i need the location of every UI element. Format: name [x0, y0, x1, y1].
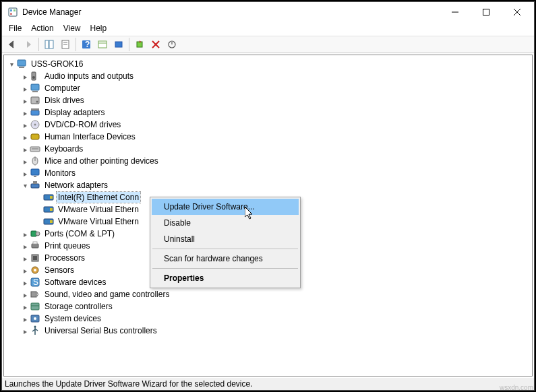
tree-category[interactable]: Monitors — [4, 167, 532, 179]
tree-item-label: VMware Virtual Ethern — [57, 216, 140, 227]
close-button[interactable] — [502, 3, 533, 22]
toolbar-sep — [129, 38, 129, 51]
tree-category[interactable]: Storage controllers — [4, 300, 532, 313]
context-menu-item[interactable]: Properties — [152, 270, 299, 286]
expand-toggle[interactable] — [20, 315, 30, 323]
context-menu: Update Driver Software...DisableUninstal… — [150, 197, 301, 288]
svg-rect-45 — [45, 40, 49, 48]
scan-button[interactable] — [111, 37, 126, 52]
tree-item-label: Print queues — [43, 240, 91, 251]
network-adapter-icon — [43, 216, 54, 227]
minimize-button[interactable] — [440, 3, 471, 22]
expand-toggle[interactable] — [20, 255, 30, 262]
maximize-button[interactable] — [471, 3, 502, 22]
context-menu-item[interactable]: Scan for hardware changes — [152, 251, 299, 267]
expand-toggle[interactable] — [20, 133, 30, 141]
tree-category[interactable]: Display adapters — [4, 106, 532, 119]
hid-icon — [30, 131, 40, 142]
sensor-icon — [30, 265, 40, 275]
tree-item-label: Ports (COM & LPT) — [43, 228, 116, 239]
expand-toggle[interactable] — [20, 97, 30, 104]
tree-item-label: Human Interface Devices — [43, 131, 137, 142]
menubar: File Action View Help — [2, 22, 534, 36]
context-menu-separator — [152, 249, 298, 249]
expand-toggle[interactable] — [20, 158, 30, 165]
expand-toggle[interactable] — [20, 170, 30, 177]
svg-rect-52 — [98, 41, 107, 48]
display-icon — [30, 107, 40, 118]
tree-item-label: Network adapters — [43, 180, 109, 191]
computer-icon — [30, 83, 40, 94]
cpu-icon — [30, 253, 40, 263]
tree-category[interactable]: Computer — [4, 82, 532, 94]
expand-toggle[interactable] — [20, 145, 30, 153]
expand-toggle[interactable] — [20, 327, 30, 335]
expand-toggle[interactable] — [20, 182, 30, 189]
tree-item-label: Software devices — [43, 277, 107, 288]
expand-toggle[interactable] — [20, 230, 30, 238]
expand-toggle[interactable] — [20, 242, 30, 250]
sound-icon — [30, 289, 40, 300]
context-menu-item[interactable]: Update Driver Software... — [152, 199, 299, 215]
computer-icon — [16, 59, 27, 69]
tree-item-label: Processors — [43, 253, 86, 263]
tree-item-label: Mice and other pointing devices — [43, 156, 160, 166]
tree-category[interactable]: Audio inputs and outputs — [4, 70, 532, 82]
menu-view[interactable]: View — [59, 22, 85, 36]
menu-action[interactable]: Action — [27, 22, 57, 36]
tree-item-label: Sensors — [43, 265, 76, 275]
tree-category[interactable]: Human Interface Devices — [4, 131, 532, 143]
back-button[interactable] — [5, 37, 20, 52]
device-manager-window: Device Manager File Action View Help ? U… — [1, 1, 535, 391]
watermark: wsxdn.com — [500, 384, 533, 391]
tree-root[interactable]: USS-GROK16 — [4, 58, 532, 70]
help-button[interactable]: ? — [79, 37, 94, 52]
forward-button[interactable] — [21, 37, 36, 52]
properties-button[interactable] — [58, 37, 73, 52]
expand-toggle[interactable] — [20, 85, 30, 92]
update-driver-button[interactable] — [132, 37, 147, 52]
svg-text:?: ? — [85, 40, 90, 49]
menu-help[interactable]: Help — [86, 22, 111, 36]
mouse-icon — [30, 156, 40, 166]
disk-icon — [30, 95, 40, 106]
context-menu-separator — [152, 268, 298, 269]
action-button[interactable] — [95, 37, 110, 52]
tree-item-label: Storage controllers — [43, 301, 114, 312]
tree-item-label: Computer — [43, 83, 82, 94]
expand-toggle[interactable] — [20, 73, 30, 80]
dvd-icon — [30, 119, 40, 130]
printer-icon — [30, 240, 40, 251]
menu-file[interactable]: File — [5, 22, 26, 36]
tree-item-label: VMware Virtual Ethern — [57, 204, 140, 215]
tree-category[interactable]: Mice and other pointing devices — [4, 155, 532, 167]
tree-category[interactable]: Disk drives — [4, 94, 532, 106]
expand-toggle[interactable] — [7, 61, 16, 68]
show-hide-tree-button[interactable] — [42, 37, 57, 52]
expand-toggle[interactable] — [20, 291, 30, 298]
context-menu-item[interactable]: Uninstall — [152, 231, 299, 247]
tree-category[interactable]: DVD/CD-ROM drives — [4, 119, 532, 131]
expand-toggle[interactable] — [20, 279, 30, 286]
statusbar: Launches the Update Driver Software Wiza… — [2, 378, 534, 390]
context-menu-item[interactable]: Disable — [152, 215, 299, 231]
tree-category[interactable]: Universal Serial Bus controllers — [4, 325, 532, 337]
speaker-icon — [30, 71, 40, 81]
expand-toggle[interactable] — [20, 303, 30, 311]
tree-item-label: Intel(R) Ethernet Conn — [57, 192, 140, 203]
expand-toggle[interactable] — [20, 121, 30, 129]
expand-toggle[interactable] — [20, 267, 30, 274]
tree-item-label: USS-GROK16 — [30, 59, 84, 69]
tree-category[interactable]: Network adapters — [4, 179, 532, 191]
toolbar-sep — [76, 38, 76, 51]
keyboard-icon — [30, 143, 40, 154]
uninstall-button[interactable] — [148, 37, 163, 52]
tree-category[interactable]: Keyboards — [4, 143, 532, 155]
tree-item-label: System devices — [43, 313, 102, 324]
mouse-cursor-icon — [245, 207, 256, 222]
expand-toggle[interactable] — [20, 109, 30, 117]
tree-category[interactable]: Sound, video and game controllers — [4, 288, 532, 300]
tree-item-label: Audio inputs and outputs — [43, 71, 135, 81]
tree-category[interactable]: System devices — [4, 313, 532, 325]
disable-button[interactable] — [165, 37, 179, 52]
